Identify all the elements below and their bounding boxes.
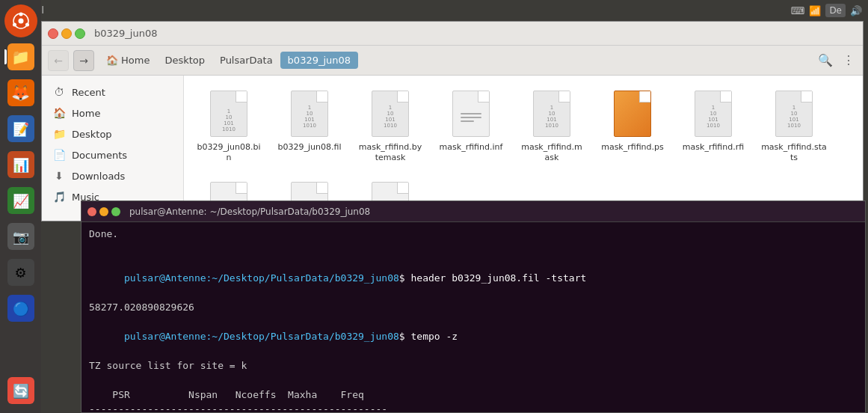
dock-calc-button[interactable]: 📈 [4, 184, 37, 217]
sidebar-item-documents[interactable]: 📄 Documents [42, 144, 183, 165]
dock-impress-button[interactable]: 📊 [4, 148, 37, 181]
home-sidebar-icon: 🏠 [52, 107, 66, 119]
home-icon: 🏠 [106, 55, 118, 66]
network-icon: 📶 [809, 5, 821, 16]
de-label: De [825, 4, 846, 17]
terminal-window: pulsar@Antenne: ~/Desktop/PulsarData/b03… [81, 201, 866, 413]
fm-files-grid: 1101011010 b0329_jun08.bin 1101011010 b0… [184, 76, 863, 221]
desktop-icon: 📁 [52, 128, 66, 140]
recent-icon: ⏱ [52, 86, 66, 98]
sidebar-item-downloads[interactable]: ⬇ Downloads [42, 165, 183, 186]
fm-window-title: b0329_jun08 [94, 28, 157, 39]
term-line: Done. [89, 227, 858, 242]
svg-point-3 [25, 23, 29, 27]
sidebar-item-desktop[interactable]: 📁 Desktop [42, 123, 183, 144]
dock-photos-button[interactable]: 📷 [4, 220, 37, 253]
file-item[interactable]: mask_rfifind.ps [595, 83, 670, 168]
file-item[interactable]: 1101011010 b0329_jun08.fil [272, 83, 347, 168]
term-prompt: pulsar@Antenne:~/Desktop/PulsarData/b032… [124, 331, 399, 342]
term-line: 58277.020890829626 [89, 300, 858, 315]
dock-files-button[interactable]: 📁 [4, 40, 37, 73]
fm-forward-button[interactable]: → [73, 50, 94, 71]
file-name: mask_rfifind.ps [601, 142, 664, 153]
term-body[interactable]: Done. pulsar@Antenne:~/Desktop/PulsarDat… [81, 222, 865, 412]
fm-titlebar: b0329_jun08 [42, 22, 863, 46]
file-name: mask_rfifind.rfi [683, 142, 744, 153]
fm-breadcrumb: 🏠 Home Desktop PulsarData b0329_jun08 [99, 52, 358, 69]
file-name: mask_rfifind.mask [519, 142, 585, 164]
term-title: pulsar@Antenne: ~/Desktop/PulsarData/b03… [129, 206, 370, 217]
fm-bc-b0329[interactable]: b0329_jun08 [280, 52, 358, 69]
fm-sidebar: ⏱ Recent 🏠 Home 📁 Desktop 📄 Documents ⬇ … [42, 76, 184, 221]
svg-point-1 [18, 19, 23, 24]
file-manager-window: b0329_jun08 ← → 🏠 Home Desktop PulsarDat… [41, 21, 864, 221]
dock-settings-button[interactable]: ⚙️ [4, 256, 37, 289]
term-cmd: $ header b0329_jun08.fil -tstart [399, 272, 586, 284]
volume-icon: 🔊 [850, 5, 862, 16]
term-maximize-button[interactable] [111, 207, 120, 216]
term-line: pulsar@Antenne:~/Desktop/PulsarData/b032… [89, 314, 858, 358]
dock-writer-button[interactable]: 📝 [4, 112, 37, 145]
term-titlebar: pulsar@Antenne: ~/Desktop/PulsarData/b03… [81, 201, 865, 222]
fm-window-controls [48, 28, 85, 39]
term-window-controls [87, 207, 120, 216]
term-close-button[interactable] [87, 207, 96, 216]
file-item[interactable]: 1101011010 mask_rfifind.rfi [676, 83, 751, 168]
fm-back-button[interactable]: ← [48, 50, 69, 71]
fm-bc-home[interactable]: 🏠 Home [99, 52, 157, 69]
application-dock: 📁 🦊 📝 📊 📈 📷 ⚙️ 🔵 [0, 0, 41, 413]
sidebar-item-home[interactable]: 🏠 Home [42, 103, 183, 123]
file-item[interactable]: mask_rfifind.inf [434, 83, 508, 168]
term-prompt: pulsar@Antenne:~/Desktop/PulsarData/b032… [124, 272, 399, 284]
music-icon: 🎵 [52, 191, 66, 203]
term-minimize-button[interactable] [99, 207, 108, 216]
file-item[interactable]: 1101011010 mask_rfifind.mask [514, 83, 589, 168]
keyboard-icon: ⌨ [791, 5, 805, 16]
dock-ubuntu-button[interactable] [4, 4, 37, 37]
term-line: TZ source list for site = k [89, 358, 858, 373]
file-name: b0329_jun08.bin [196, 142, 262, 164]
downloads-icon: ⬇ [52, 170, 66, 182]
file-name: mask_rfifind.stats [761, 142, 827, 164]
file-item[interactable]: 1101011010 mask_rfifind.stats [757, 83, 831, 168]
fm-maximize-button[interactable] [75, 28, 85, 39]
fm-bc-pulsardata[interactable]: PulsarData [212, 52, 280, 69]
sidebar-item-recent[interactable]: ⏱ Recent [42, 82, 183, 103]
file-item[interactable]: 1101011010 b0329_jun08.bin [191, 83, 266, 168]
file-name: b0329_jun08.fil [278, 142, 342, 153]
dock-remmina-button[interactable]: 🔵 [4, 292, 37, 325]
system-bar-right: ⌨ 📶 De 🔊 [791, 4, 862, 17]
fm-menu-button[interactable]: ⋮ [840, 50, 857, 71]
term-line: ----------------------------------------… [89, 402, 858, 412]
file-item[interactable]: 1101011010 mask_rfifind.bytemask [353, 83, 428, 168]
file-name: mask_rfifind.bytemask [357, 142, 423, 164]
svg-point-4 [13, 23, 16, 27]
fm-minimize-button[interactable] [61, 28, 72, 39]
term-line: pulsar@Antenne:~/Desktop/PulsarData/b032… [89, 256, 858, 300]
term-cmd: $ tempo -z [399, 331, 458, 342]
file-name: mask_rfifind.inf [440, 142, 503, 153]
svg-point-2 [19, 13, 22, 16]
fm-toolbar: ← → 🏠 Home Desktop PulsarData b0329_jun0… [42, 46, 863, 76]
fm-body: ⏱ Recent 🏠 Home 📁 Desktop 📄 Documents ⬇ … [42, 76, 863, 221]
documents-icon: 📄 [52, 149, 66, 161]
term-line [89, 242, 858, 257]
dock-update-button[interactable]: 🔄 [4, 374, 37, 407]
fm-bc-desktop[interactable]: Desktop [157, 52, 212, 69]
term-line: PSR Nspan Ncoeffs Maxha Freq [89, 388, 858, 403]
dock-firefox-button[interactable]: 🦊 [4, 76, 37, 109]
fm-search-button[interactable]: 🔍 [815, 50, 836, 71]
term-line [89, 373, 858, 388]
system-bar: Terminal ⌨ 📶 De 🔊 [0, 0, 868, 21]
fm-close-button[interactable] [48, 28, 58, 39]
